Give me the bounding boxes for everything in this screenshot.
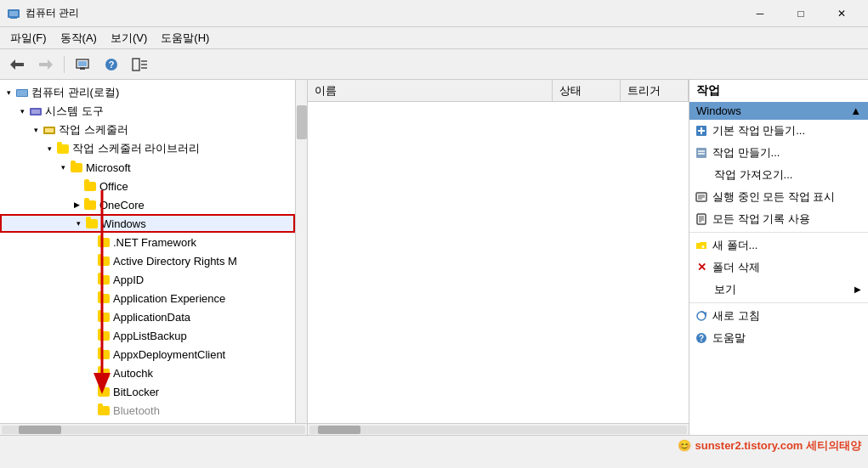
- list-panel: 이름 상태 트리거: [308, 80, 689, 435]
- tree-appxdeployment[interactable]: ▾ AppxDeploymentClient: [0, 345, 295, 364]
- menu-action[interactable]: 동작(A): [54, 29, 104, 48]
- minimize-button[interactable]: ─: [740, 2, 780, 25]
- enable-history-icon: [695, 212, 708, 226]
- action-view[interactable]: 보기 ▶: [689, 279, 868, 301]
- action-new-folder[interactable]: 새 폴더...: [689, 234, 868, 257]
- expand-root: ▾: [2, 86, 15, 99]
- tree-root[interactable]: ▾ 컴퓨터 관리(로컬): [0, 83, 295, 102]
- menu-bar: 파일(F) 동작(A) 보기(V) 도움말(H): [0, 27, 868, 49]
- tree-activedir[interactable]: ▾ Active Directory Rights M: [0, 251, 295, 270]
- tree-scheduler[interactable]: ▾ 작업 스케줄러: [0, 121, 295, 139]
- tree-hscrollbar-thumb[interactable]: [19, 426, 61, 434]
- onecore-label: OneCore: [99, 199, 145, 211]
- close-button[interactable]: ✕: [822, 2, 861, 25]
- appxdeployment-label: AppxDeploymentClient: [113, 348, 225, 361]
- svg-text:?: ?: [109, 59, 115, 70]
- tree-library[interactable]: ▾ 작업 스케줄러 라이브러리: [0, 139, 295, 158]
- action-create-task[interactable]: 작업 만들기...: [689, 142, 868, 164]
- system-tools-icon: [29, 104, 43, 118]
- tree-appid[interactable]: ▾ AppID: [0, 270, 295, 289]
- action-help-label: 도움말: [712, 330, 746, 346]
- tree-view: ▾ 컴퓨터 관리(로컬) ▾: [0, 80, 295, 423]
- onecore-icon: [83, 198, 97, 211]
- action-delete-folder[interactable]: ✕ 폴더 삭제: [689, 257, 868, 279]
- action-refresh[interactable]: 새로 고침: [689, 305, 868, 327]
- expand-appid: ▾: [83, 273, 97, 286]
- back-button[interactable]: [3, 53, 31, 76]
- action-create-basic[interactable]: 기본 작업 만들기...: [689, 120, 868, 142]
- list-hscrollbar[interactable]: [309, 426, 687, 434]
- action-import-task[interactable]: 작업 가져오기...: [689, 164, 868, 186]
- separator-1: [689, 232, 868, 233]
- applistbackup-icon: [97, 329, 111, 342]
- svg-rect-16: [17, 90, 27, 96]
- tree-dotnet[interactable]: ▾ .NET Framework: [0, 233, 295, 251]
- expand-office: ▾: [70, 179, 83, 193]
- tree-appdata[interactable]: ▾ ApplicationData: [0, 307, 295, 326]
- action-show-running-label: 실행 중인 모든 작업 표시: [712, 189, 835, 205]
- tree-bluetooth[interactable]: ▾ Bluetooth: [0, 401, 295, 420]
- expand-appdata: ▾: [83, 310, 97, 324]
- expand-onecore: ▶: [70, 198, 83, 211]
- activedir-label: Active Directory Rights M: [113, 255, 237, 268]
- tree-onecore[interactable]: ▶ OneCore: [0, 195, 295, 214]
- office-label: Office: [99, 180, 128, 193]
- action-show-running[interactable]: 실행 중인 모든 작업 표시: [689, 186, 868, 208]
- windows-label: Windows: [101, 217, 146, 230]
- watermark: 😊 sunster2.tistory.com 세티의태양: [678, 438, 861, 454]
- forward-button[interactable]: [32, 53, 60, 76]
- windows-icon: [85, 217, 99, 230]
- menu-view[interactable]: 보기(V): [104, 29, 154, 48]
- action-delete-folder-label: 폴더 삭제: [712, 260, 760, 275]
- expand-activedir: ▾: [83, 254, 97, 268]
- import-task-icon: [696, 168, 710, 182]
- tree-scrollbar[interactable]: [295, 80, 307, 423]
- expand-windows: ▾: [71, 217, 85, 230]
- delete-folder-icon: ✕: [695, 261, 708, 274]
- col-header-trigger[interactable]: 트리거: [621, 80, 689, 101]
- action-enable-history[interactable]: 모든 작업 기록 사용: [689, 208, 868, 230]
- menu-file[interactable]: 파일(F): [3, 29, 54, 48]
- tree-windows[interactable]: ▾ Windows: [0, 214, 295, 233]
- tree-autochk[interactable]: ▾ Autochk: [0, 364, 295, 382]
- activedir-icon: [97, 254, 111, 268]
- action-import-task-label: 작업 가져오기...: [714, 167, 792, 183]
- col-header-status[interactable]: 상태: [553, 80, 621, 101]
- tree-bitlocker[interactable]: ▾ BitLocker: [0, 382, 295, 401]
- expand-appexp: ▾: [83, 291, 97, 305]
- actions-section-label: Windows: [696, 104, 741, 117]
- maximize-button[interactable]: □: [781, 2, 820, 25]
- menu-help[interactable]: 도움말(H): [154, 29, 216, 48]
- action-view-label: 보기: [714, 282, 736, 297]
- system-tools-label: 시스템 도구: [45, 104, 104, 119]
- action-help[interactable]: ? 도움말: [689, 327, 868, 349]
- view-submenu-arrow: ▶: [854, 285, 861, 294]
- actions-title: 작업: [689, 80, 868, 102]
- bluetooth-icon: [97, 403, 111, 417]
- app-icon: [7, 7, 20, 20]
- tree-office[interactable]: ▾ Office: [0, 177, 295, 195]
- svg-rect-20: [45, 128, 54, 133]
- microsoft-icon: [70, 161, 83, 174]
- show-running-icon: [695, 190, 708, 204]
- create-task-icon: [695, 146, 708, 160]
- action-create-task-label: 작업 만들기...: [712, 145, 780, 161]
- tree-microsoft[interactable]: ▾ Microsoft: [0, 158, 295, 177]
- show-hide-button[interactable]: [127, 53, 154, 76]
- list-hscrollbar-thumb[interactable]: [318, 426, 360, 434]
- action-refresh-label: 새로 고침: [712, 308, 760, 324]
- col-header-name[interactable]: 이름: [308, 80, 553, 101]
- up-button[interactable]: [69, 53, 96, 76]
- tree-appexp[interactable]: ▾ Application Experience: [0, 289, 295, 307]
- view-icon: [696, 283, 710, 296]
- svg-rect-18: [31, 110, 40, 114]
- tree-system-tools[interactable]: ▾ 시스템 도구: [0, 102, 295, 121]
- tree-hscrollbar[interactable]: [2, 426, 305, 434]
- expand-scheduler: ▾: [29, 123, 43, 137]
- actions-section-header[interactable]: Windows ▲: [689, 102, 868, 120]
- list-body: [308, 102, 689, 423]
- tree-scrollbar-thumb[interactable]: [297, 105, 307, 139]
- toolbar-separator-1: [64, 56, 65, 73]
- tree-applistbackup[interactable]: ▾ AppListBackup: [0, 326, 295, 345]
- help-toolbar-button[interactable]: ?: [98, 53, 125, 76]
